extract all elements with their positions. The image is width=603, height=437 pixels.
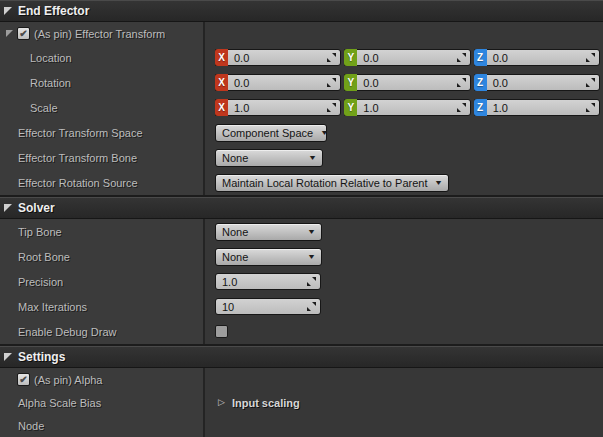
enable-debug-draw-checkbox[interactable]: [215, 325, 228, 338]
category-expand-arrow-icon: [4, 353, 12, 361]
property-label: Effector Transform Space: [0, 127, 143, 139]
drag-spinner-icon[interactable]: [327, 103, 336, 112]
drag-spinner-icon[interactable]: [327, 53, 336, 62]
details-panel: End Effector ✔ (As pin) Effector Transfo…: [0, 0, 603, 437]
scale-x-value: 1.0: [228, 102, 327, 114]
property-row-alpha-scale-bias: Alpha Scale Bias ▷ Input scaling: [0, 391, 603, 414]
drag-spinner-icon[interactable]: [457, 53, 466, 62]
location-y-field[interactable]: Y 0.0: [344, 49, 470, 66]
axis-y-chip: Y: [344, 74, 357, 91]
tip-bone-dropdown[interactable]: None ▼: [215, 223, 322, 241]
root-bone-dropdown[interactable]: None ▼: [215, 248, 322, 266]
scale-z-field[interactable]: Z 1.0: [474, 99, 600, 116]
expander-right-icon: ▷: [218, 398, 225, 407]
dropdown-selected-value: None: [222, 251, 248, 263]
as-pin-alpha-checkbox[interactable]: ✔: [17, 373, 30, 386]
max-iterations-field[interactable]: 10: [215, 298, 321, 315]
property-label: Location: [0, 52, 72, 64]
category-expand-arrow-icon: [4, 204, 12, 212]
as-pin-effector-transform-checkbox[interactable]: ✔: [17, 27, 30, 40]
rotation-z-value: 0.0: [487, 77, 586, 89]
property-row-scale: Scale X 1.0 Y 1.0 Z 1.0: [0, 95, 603, 120]
dropdown-selected-value: None: [222, 226, 248, 238]
drag-spinner-icon[interactable]: [457, 103, 466, 112]
precision-value: 1.0: [216, 276, 307, 288]
category-header-settings[interactable]: Settings: [0, 346, 603, 368]
property-row-location: Location X 0.0 Y 0.0 Z 0.0: [0, 45, 603, 70]
property-row-tip-bone: Tip Bone None ▼: [0, 219, 603, 244]
property-label: Effector Transform Bone: [0, 152, 137, 164]
chevron-down-icon: ▼: [307, 253, 316, 260]
property-label: Effector Rotation Source: [0, 177, 138, 189]
alpha-scale-bias-expander[interactable]: ▷ Input scaling: [215, 397, 300, 409]
location-z-field[interactable]: Z 0.0: [474, 49, 600, 66]
property-row-precision: Precision 1.0: [0, 269, 603, 294]
property-row-effector-transform-bone: Effector Transform Bone None ▼: [0, 145, 603, 170]
axis-z-chip: Z: [474, 74, 487, 91]
axis-y-chip: Y: [344, 99, 357, 116]
category-expand-arrow-icon: [4, 7, 12, 15]
category-header-solver[interactable]: Solver: [0, 197, 603, 219]
property-row-max-iterations: Max Iterations 10: [0, 294, 603, 319]
rotation-x-field[interactable]: X 0.0: [215, 74, 341, 91]
property-row-enable-debug-draw: Enable Debug Draw: [0, 319, 603, 344]
property-row-alpha: ✔ (As pin) Alpha: [0, 368, 603, 391]
axis-z-chip: Z: [474, 49, 487, 66]
axis-z-chip: Z: [474, 99, 487, 116]
precision-field[interactable]: 1.0: [215, 273, 321, 290]
chevron-down-icon: ▼: [307, 228, 316, 235]
drag-spinner-icon[interactable]: [586, 103, 595, 112]
property-label: Enable Debug Draw: [0, 326, 116, 338]
property-label: Max Iterations: [0, 301, 87, 313]
category-title: Settings: [18, 350, 65, 364]
rotation-y-field[interactable]: Y 0.0: [344, 74, 470, 91]
dropdown-selected-value: Maintain Local Rotation Relative to Pare…: [222, 177, 427, 189]
max-iterations-value: 10: [216, 301, 307, 313]
location-z-value: 0.0: [487, 52, 586, 64]
location-x-value: 0.0: [228, 52, 327, 64]
rotation-z-field[interactable]: Z 0.0: [474, 74, 600, 91]
property-row-rotation: Rotation X 0.0 Y 0.0 Z 0.0: [0, 70, 603, 95]
property-label: Precision: [0, 276, 63, 288]
axis-x-chip: X: [215, 49, 228, 66]
rotation-y-value: 0.0: [357, 77, 456, 89]
effector-transform-space-dropdown[interactable]: Component Space ▼: [215, 124, 327, 142]
drag-spinner-icon[interactable]: [586, 78, 595, 87]
property-label: Tip Bone: [0, 226, 62, 238]
chevron-down-icon: ▼: [320, 129, 329, 136]
property-row-effector-rotation-source: Effector Rotation Source Maintain Local …: [0, 170, 603, 195]
property-label: Node: [0, 420, 44, 432]
property-label: Scale: [0, 102, 58, 114]
scale-x-field[interactable]: X 1.0: [215, 99, 341, 116]
scale-y-value: 1.0: [357, 102, 456, 114]
drag-spinner-icon[interactable]: [307, 302, 316, 311]
section-end-effector: End Effector ✔ (As pin) Effector Transfo…: [0, 0, 603, 195]
location-y-value: 0.0: [357, 52, 456, 64]
property-row-effector-transform: ✔ (As pin) Effector Transform: [0, 22, 603, 45]
scale-y-field[interactable]: Y 1.0: [344, 99, 470, 116]
category-header-end-effector[interactable]: End Effector: [0, 0, 603, 22]
chevron-down-icon: ▼: [308, 154, 317, 161]
location-x-field[interactable]: X 0.0: [215, 49, 341, 66]
property-row-effector-transform-space: Effector Transform Space Component Space…: [0, 120, 603, 145]
effector-rotation-source-dropdown[interactable]: Maintain Local Rotation Relative to Pare…: [215, 174, 449, 192]
section-solver: Solver Tip Bone None ▼ Root Bone None ▼: [0, 197, 603, 344]
row-expand-arrow-icon[interactable]: [6, 30, 13, 37]
property-label: Root Bone: [0, 251, 70, 263]
drag-spinner-icon[interactable]: [307, 277, 316, 286]
category-title: End Effector: [18, 4, 89, 18]
drag-spinner-icon[interactable]: [457, 78, 466, 87]
property-label: (As pin) Effector Transform: [34, 28, 165, 40]
dropdown-selected-value: Component Space: [222, 127, 313, 139]
property-row-node: Node: [0, 414, 603, 437]
drag-spinner-icon[interactable]: [327, 78, 336, 87]
property-row-root-bone: Root Bone None ▼: [0, 244, 603, 269]
section-settings: Settings ✔ (As pin) Alpha Alpha Scale Bi…: [0, 346, 603, 437]
axis-x-chip: X: [215, 99, 228, 116]
category-title: Solver: [18, 201, 55, 215]
property-label: Rotation: [0, 77, 71, 89]
axis-x-chip: X: [215, 74, 228, 91]
drag-spinner-icon[interactable]: [586, 53, 595, 62]
effector-transform-bone-dropdown[interactable]: None ▼: [215, 149, 323, 167]
chevron-down-icon: ▼: [434, 179, 443, 186]
